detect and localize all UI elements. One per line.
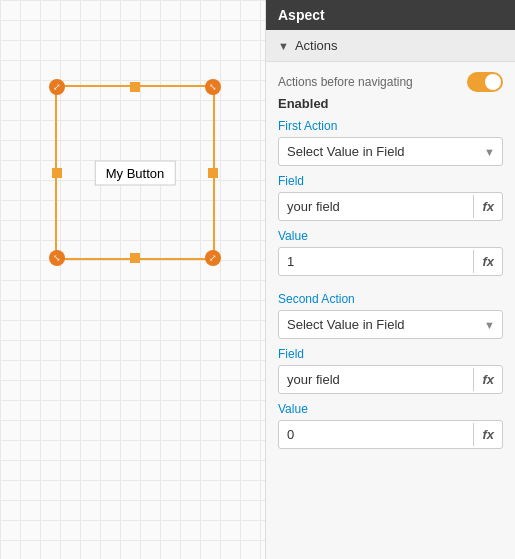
corner-icon-tr: ⤡	[205, 79, 221, 95]
section-label: Actions	[295, 38, 338, 53]
second-action-value-input-wrapper: fx	[278, 420, 503, 449]
first-action-value-input[interactable]	[279, 248, 473, 275]
corner-icon-tl: ⤢	[49, 79, 65, 95]
panel-content: Actions before navigating Enabled First …	[266, 62, 515, 467]
toggle-label: Actions before navigating	[278, 75, 413, 89]
canvas-area: ⤢ ⤡ ⤡ ⤢ My Button	[0, 0, 265, 559]
first-action-section: First Action Select Value in Field ▼	[278, 119, 503, 166]
second-action-value-input[interactable]	[279, 421, 473, 448]
second-action-field-label: Field	[278, 347, 503, 361]
second-action-value-section: Value fx	[278, 402, 503, 449]
handle-mid-top[interactable]	[130, 82, 140, 92]
first-action-value-label: Value	[278, 229, 503, 243]
second-action-label: Second Action	[278, 292, 503, 306]
second-action-value-label: Value	[278, 402, 503, 416]
handle-mid-bottom[interactable]	[130, 253, 140, 263]
first-action-field-input[interactable]	[279, 193, 473, 220]
right-panel: Aspect ▼ Actions Actions before navigati…	[265, 0, 515, 559]
toggle-state: Enabled	[278, 96, 503, 111]
section-collapse-icon: ▼	[278, 40, 289, 52]
second-action-field-fx-button[interactable]: fx	[473, 368, 502, 391]
handle-mid-left[interactable]	[52, 168, 62, 178]
panel-header: Aspect	[266, 0, 515, 30]
second-action-value-fx-button[interactable]: fx	[473, 423, 502, 446]
first-action-field-section: Field fx	[278, 174, 503, 221]
toggle-switch[interactable]	[467, 72, 503, 92]
first-action-label: First Action	[278, 119, 503, 133]
first-action-select[interactable]: Select Value in Field	[278, 137, 503, 166]
corner-icon-bl: ⤡	[49, 250, 65, 266]
first-action-field-label: Field	[278, 174, 503, 188]
panel-title: Aspect	[278, 7, 325, 23]
corner-icon-br: ⤢	[205, 250, 221, 266]
second-action-select-wrapper: Select Value in Field ▼	[278, 310, 503, 339]
actions-section-header[interactable]: ▼ Actions	[266, 30, 515, 62]
second-action-select[interactable]: Select Value in Field	[278, 310, 503, 339]
first-action-value-section: Value fx	[278, 229, 503, 276]
toggle-row: Actions before navigating	[278, 72, 503, 92]
first-action-value-fx-button[interactable]: fx	[473, 250, 502, 273]
first-action-field-fx-button[interactable]: fx	[473, 195, 502, 218]
handle-mid-right[interactable]	[208, 168, 218, 178]
first-action-field-input-wrapper: fx	[278, 192, 503, 221]
second-action-section: Second Action Select Value in Field ▼	[278, 292, 503, 339]
button-widget[interactable]: ⤢ ⤡ ⤡ ⤢ My Button	[55, 85, 215, 260]
second-action-field-section: Field fx	[278, 347, 503, 394]
second-action-field-input-wrapper: fx	[278, 365, 503, 394]
second-action-field-input[interactable]	[279, 366, 473, 393]
button-widget-label: My Button	[95, 160, 176, 185]
first-action-value-input-wrapper: fx	[278, 247, 503, 276]
first-action-select-wrapper: Select Value in Field ▼	[278, 137, 503, 166]
